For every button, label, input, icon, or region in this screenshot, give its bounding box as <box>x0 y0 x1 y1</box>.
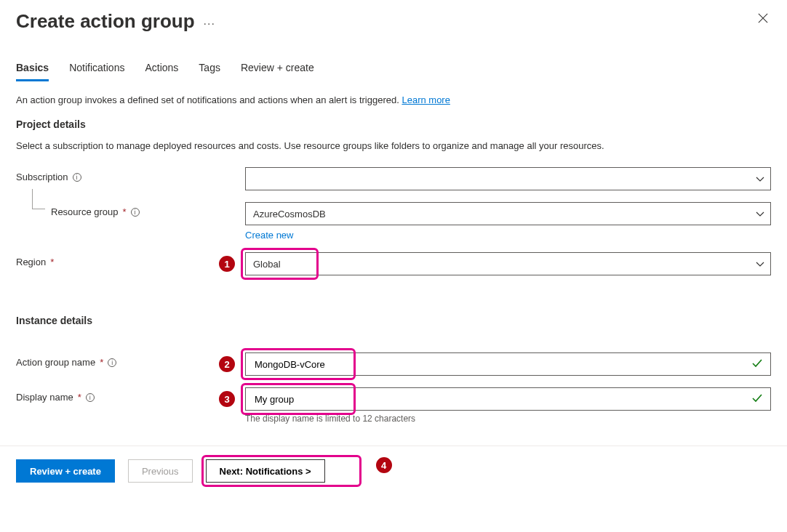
display-name-label: Display name * i <box>16 387 245 403</box>
tab-review-create[interactable]: Review + create <box>241 62 314 81</box>
tab-bar: Basics Notifications Actions Tags Review… <box>0 33 787 81</box>
tree-connector <box>32 189 45 209</box>
content-area: An action group invokes a defined set of… <box>0 81 787 424</box>
row-resource-group: Resource group * i AzureCosmosDB Create … <box>16 202 771 241</box>
chevron-down-icon <box>756 175 763 182</box>
required-mark: * <box>123 206 127 217</box>
close-icon <box>758 13 768 23</box>
display-name-field[interactable] <box>253 393 751 406</box>
check-icon <box>751 392 763 406</box>
check-icon <box>751 358 763 371</box>
page-title: Create action group <box>16 10 195 33</box>
tab-actions[interactable]: Actions <box>145 62 178 81</box>
row-action-group-name: Action group name * i 2 <box>16 352 771 376</box>
tab-tags[interactable]: Tags <box>199 62 220 81</box>
action-group-name-label: Action group name * i <box>16 352 245 368</box>
title-row: Create action group ··· <box>16 10 215 33</box>
subscription-label: Subscription i <box>16 167 245 182</box>
tab-basics[interactable]: Basics <box>16 62 49 81</box>
create-new-link[interactable]: Create new <box>245 230 293 241</box>
page-header: Create action group ··· <box>0 0 787 33</box>
resource-group-value: AzureCosmosDB <box>253 209 326 219</box>
review-create-button[interactable]: Review + create <box>16 459 115 483</box>
region-label: Region * <box>16 252 245 267</box>
next-button[interactable]: Next: Notifications > <box>206 459 325 483</box>
region-dropdown[interactable]: Global <box>245 252 771 275</box>
info-icon[interactable]: i <box>108 358 116 367</box>
info-icon[interactable]: i <box>131 208 140 217</box>
annotation-badge-4: 4 <box>375 456 394 475</box>
region-value: Global <box>253 259 281 270</box>
info-icon[interactable]: i <box>86 393 95 402</box>
instance-details-heading: Instance details <box>16 315 771 326</box>
project-details-heading: Project details <box>16 118 771 130</box>
row-region: Region * Global 1 <box>16 252 771 275</box>
required-mark: * <box>100 357 103 368</box>
intro-text: An action group invokes a defined set of… <box>16 94 771 105</box>
close-button[interactable] <box>755 10 771 28</box>
more-menu[interactable]: ··· <box>204 13 215 31</box>
learn-more-link[interactable]: Learn more <box>402 94 450 105</box>
action-group-name-field[interactable] <box>253 358 751 371</box>
footer-bar: Review + create Previous Next: Notificat… <box>0 446 787 496</box>
chevron-down-icon <box>756 210 763 217</box>
previous-button: Previous <box>128 459 193 483</box>
required-mark: * <box>50 257 54 267</box>
project-details-desc: Select a subscription to manage deployed… <box>16 140 771 151</box>
action-group-name-input[interactable] <box>245 352 771 376</box>
resource-group-label: Resource group * i <box>16 202 245 217</box>
chevron-down-icon <box>756 260 763 267</box>
subscription-dropdown[interactable] <box>245 167 771 190</box>
required-mark: * <box>78 392 81 403</box>
tab-notifications[interactable]: Notifications <box>69 62 124 81</box>
intro-body: An action group invokes a defined set of… <box>16 94 402 105</box>
display-name-helper: The display name is limited to 12 charac… <box>245 414 771 424</box>
display-name-input[interactable] <box>245 387 771 411</box>
row-display-name: Display name * i The display name is lim… <box>16 387 771 424</box>
info-icon[interactable]: i <box>73 173 81 182</box>
row-subscription: Subscription i <box>16 167 771 190</box>
resource-group-dropdown[interactable]: AzureCosmosDB <box>245 202 771 225</box>
